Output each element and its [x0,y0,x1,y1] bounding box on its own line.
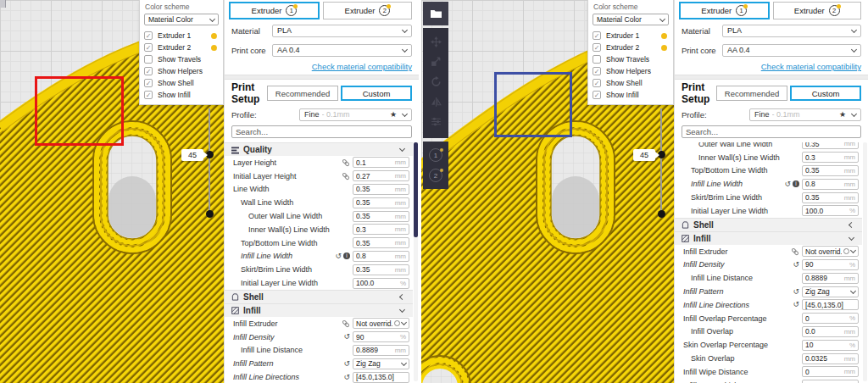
material-dropdown[interactable]: PLA [722,25,861,37]
checkbox[interactable] [144,55,153,64]
search-input[interactable] [682,125,861,138]
custom-mode-button[interactable]: Custom [341,86,412,101]
checkbox[interactable]: ✓ [593,43,601,52]
setting-dropdown[interactable]: Not overrid... [353,318,409,329]
setting-input[interactable]: 0.27mm [353,170,409,181]
profile-dropdown[interactable]: Fine - 0.1mm ★ [749,108,861,121]
custom-mode-button[interactable]: Custom [790,86,861,101]
color-scheme-dropdown[interactable]: Material Color [144,14,219,25]
reset-icon[interactable]: ↺ [343,374,350,381]
setting-input[interactable]: 0.3mm [802,152,859,163]
print-core-dropdown[interactable]: AA 0.4 [722,44,861,57]
reset-icon[interactable]: ↺ [784,180,791,188]
chevron-down-icon [851,110,857,116]
reset-icon[interactable]: ↺ [335,253,342,260]
setting-dropdown[interactable]: Zig Zag [802,286,859,297]
recommended-mode-button[interactable]: Recommended [716,86,787,101]
setting-dropdown[interactable]: Zig Zag [353,358,409,369]
setting-input[interactable]: 0.35mm [353,184,409,195]
setting-input[interactable]: 0.35mm [353,237,409,248]
scrollbar-thumb[interactable] [414,142,418,237]
setting-input[interactable]: 0.35mm [353,264,409,275]
viewport-3d-left[interactable]: 45 Color scheme Material Color ✓Extruder… [0,0,224,383]
open-file-button[interactable] [423,2,448,25]
setting-input[interactable]: 0.8889mm [353,345,409,356]
checkbox[interactable]: ✓ [144,43,153,52]
checkbox[interactable]: ✓ [593,79,601,87]
check-material-compatibility-link[interactable]: Check material compatibility [761,62,861,71]
reset-icon[interactable]: ↺ [793,301,799,308]
setting-input[interactable]: 0.8mm [353,251,409,262]
color-scheme-dropdown[interactable]: Material Color [593,14,669,25]
tab-extruder-2[interactable]: Extruder 2 [323,2,412,19]
material-dropdown[interactable]: PLA [272,25,412,37]
setting-input[interactable]: 0.35mm [802,142,859,149]
setting-input[interactable]: 0.8889mm [802,273,859,284]
print-core-dropdown[interactable]: AA 0.4 [272,44,412,57]
setting-input[interactable]: 0mm [802,366,859,377]
tool-rotate-icon[interactable] [431,75,442,91]
setting-input[interactable]: 0.1mm [802,380,859,383]
setting-dropdown[interactable]: Not overrid... [802,246,859,257]
checkbox[interactable]: ✓ [593,67,601,75]
setting-input[interactable]: [45.0,135.0] [802,299,859,310]
check-material-compatibility-link[interactable]: Check material compatibility [312,62,412,71]
setting-input[interactable]: 0.0mm [802,326,859,337]
checkbox[interactable]: ✓ [593,91,601,99]
extruder-2-select-button[interactable]: 2 [429,169,442,182]
setting-input[interactable]: 0.1mm [353,157,409,168]
section-header-infill[interactable]: Infill [675,231,862,245]
extruder-material-dot [211,45,217,51]
extruder-1-select-button[interactable]: 1 [429,148,442,162]
setting-input[interactable]: 0.35mm [353,211,409,222]
search-input[interactable] [231,125,412,138]
tool-mirror-icon[interactable] [431,96,442,111]
settings-scrollbar[interactable] [863,142,867,381]
info-icon[interactable]: i [793,180,799,187]
setting-input[interactable]: 0.35mm [802,165,859,176]
tab-extruder-1[interactable]: Extruder 1 [679,2,770,19]
setting-input[interactable]: 0.3mm [353,224,409,235]
info-icon[interactable]: i [343,253,350,259]
setting-input[interactable]: 100.0% [353,278,409,289]
checkbox[interactable]: ✓ [144,79,153,87]
tool-per-model-settings-icon[interactable] [431,115,442,130]
tab-extruder-2[interactable]: Extruder 2 [773,2,862,19]
setting-input[interactable]: 90% [353,331,409,342]
section-header-shell[interactable]: Shell [675,218,862,231]
section-header-quality[interactable]: Quality [225,142,413,156]
checkbox[interactable] [593,55,601,64]
tab-extruder-1[interactable]: Extruder 1 [229,2,320,19]
profile-dropdown[interactable]: Fine - 0.1mm ★ [299,108,412,121]
setting-input[interactable]: [45.0,135.0] [353,372,409,383]
viewport-3d-right[interactable]: 45 1 [421,0,674,383]
setting-label: Infill Line Width [683,180,784,188]
section-header-shell[interactable]: Shell [225,290,413,303]
setting-input[interactable]: 0.35mm [353,197,409,208]
layer-slider[interactable] [209,108,210,217]
chevron-down-icon [851,46,857,52]
reset-icon[interactable]: ↺ [343,360,350,368]
reset-icon[interactable]: ↺ [793,288,799,296]
setting-input[interactable]: 0.0325mm [802,353,859,364]
layer-slider[interactable] [660,108,662,217]
checkbox[interactable]: ✓ [144,31,153,40]
setting-input[interactable]: 100.0% [802,205,859,216]
reset-icon[interactable]: ↺ [793,261,799,269]
recommended-mode-button[interactable]: Recommended [267,86,338,101]
setting-input[interactable]: 10% [802,340,859,351]
checkbox[interactable]: ✓ [144,67,153,75]
setting-input[interactable]: 90% [802,259,859,270]
section-header-infill[interactable]: Infill [225,303,413,317]
setting-input[interactable]: 0.35mm [802,192,859,203]
layer-slider-bottom-handle[interactable] [658,210,665,218]
tool-move-icon[interactable] [431,36,442,51]
layer-slider-bottom-handle[interactable] [206,210,214,218]
tool-scale-icon[interactable] [431,55,442,70]
setting-input[interactable]: 0% [802,313,859,324]
settings-scrollbar[interactable] [414,142,418,381]
setting-input[interactable]: 0.8mm [802,179,859,190]
checkbox[interactable]: ✓ [593,31,601,40]
checkbox[interactable]: ✓ [144,91,153,99]
reset-icon[interactable]: ↺ [343,333,350,341]
